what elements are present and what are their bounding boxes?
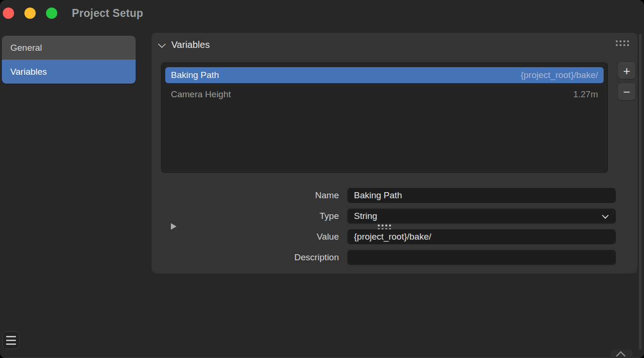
vertical-scrollbar[interactable] [639, 34, 642, 350]
name-label: Name [254, 190, 347, 201]
chevron-down-icon [602, 212, 609, 219]
zoom-button[interactable] [46, 8, 57, 19]
chevron-down-icon [158, 40, 166, 48]
menu-button[interactable] [2, 331, 20, 349]
chevron-up-icon [616, 351, 626, 358]
minimize-button[interactable] [24, 8, 36, 19]
sidebar: General Variables [2, 36, 136, 84]
description-field[interactable] [347, 250, 616, 265]
panel-title: Variables [171, 39, 210, 50]
form-row-name: Name [254, 188, 616, 203]
scroll-up-button[interactable] [611, 350, 632, 358]
list-filter-expand-icon[interactable] [171, 223, 176, 230]
sidebar-item-variables[interactable]: Variables [2, 60, 136, 84]
value-label: Value [254, 232, 347, 242]
description-label: Description [254, 252, 347, 263]
form-row-type: Type String [254, 209, 616, 224]
variable-name: Baking Path [171, 70, 219, 80]
variable-value: 1.27m [573, 89, 598, 100]
hamburger-icon [6, 336, 16, 337]
variables-panel-header[interactable]: Variables [160, 39, 210, 50]
type-dropdown-value: String [354, 211, 377, 221]
form-row-description: Description [254, 250, 616, 265]
type-label: Type [254, 211, 347, 221]
remove-variable-button[interactable]: − [618, 84, 635, 100]
sidebar-item-general[interactable]: General [2, 36, 136, 60]
form-row-value: Value [254, 229, 616, 244]
value-field[interactable] [347, 229, 616, 244]
list-item-camera-height[interactable]: Camera Height 1.27m [165, 86, 604, 102]
type-dropdown[interactable]: String [347, 209, 616, 224]
traffic-lights [3, 8, 57, 19]
list-item-baking-path[interactable]: Baking Path {project_root}/bake/ [165, 67, 604, 83]
name-field[interactable] [347, 188, 616, 203]
add-variable-button[interactable]: + [618, 62, 635, 79]
panel-drag-grip-icon[interactable] [616, 40, 629, 46]
variable-name: Camera Height [171, 89, 231, 100]
close-button[interactable] [3, 8, 14, 19]
window-title: Project Setup [72, 7, 143, 20]
variable-value: {project_root}/bake/ [521, 70, 598, 80]
project-setup-window: Project Setup General Variables Variable… [0, 0, 644, 358]
variables-panel: Variables Baking Path {project_root}/bak… [152, 33, 637, 273]
variables-list: Baking Path {project_root}/bake/ Camera … [161, 62, 608, 173]
